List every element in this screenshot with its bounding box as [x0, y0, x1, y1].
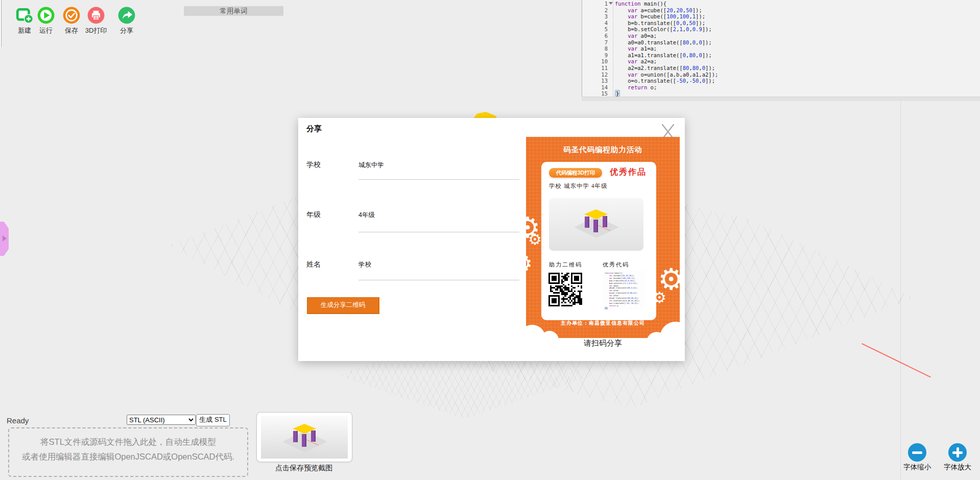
- font-increase-button[interactable]: [948, 443, 967, 462]
- x-axis-line: [862, 343, 931, 378]
- field-input[interactable]: 4年级: [358, 211, 375, 220]
- toolbar-button-share[interactable]: 分享: [111, 6, 142, 35]
- toolbar-button-print3d[interactable]: 3D打印: [81, 6, 111, 35]
- file-dropzone[interactable]: 将STL文件或源码文件拖入此处，自动生成模型 或者使用编辑器直接编辑OpenJS…: [8, 427, 248, 477]
- code-line[interactable]: 9 a1=a1.translate([0,80,0]);: [582, 52, 980, 59]
- code-text: b=b.setColor([2,1,0,0.9]);: [615, 26, 712, 33]
- line-number: 9: [582, 52, 608, 59]
- line-number: 10: [582, 58, 608, 65]
- scan-hint-text: 请扫码分享: [526, 339, 680, 348]
- code-line[interactable]: 8 var a1=a;: [582, 45, 980, 52]
- code-line[interactable]: 12 var o=union([a,b,a0,a1,a2]);: [582, 71, 980, 78]
- generate-stl-button[interactable]: 生成 STL: [196, 414, 230, 426]
- line-number: 1: [582, 1, 608, 7]
- code-line[interactable]: 13 o=o.translate([-50,-50,0]);: [582, 78, 980, 84]
- share-poster: 码圣代码编程助力活动 ⚙ ⚙ ⚙ ⚙ ⚙ 代码编程3D打印 优秀作品 学校 城东…: [526, 137, 680, 338]
- poster-model-preview: [549, 198, 643, 251]
- toolbar: 新建运行保存3D打印分享: [0, 0, 286, 36]
- code-text: var a=cube([20,20,50]);: [615, 7, 702, 14]
- modal-title: 分享: [306, 124, 322, 134]
- gear-icon: ⚙: [526, 252, 533, 275]
- field-input[interactable]: 学校: [358, 260, 371, 269]
- editor-horizontal-scrollbar[interactable]: [582, 97, 980, 101]
- stl-format-select[interactable]: STL (ASCII): [127, 415, 196, 425]
- fold-arrow-icon[interactable]: [609, 2, 613, 5]
- poster-footer: 主办单位：南昌傲亚信息有限公司: [526, 320, 680, 327]
- code-text: b=b.translate([0,0,50]);: [615, 20, 705, 27]
- screenshot-preview-image: [261, 416, 348, 459]
- code-text: var o=union([a,b,a0,a1,a2]);: [615, 71, 718, 78]
- share-modal: 分享 学校城东中学年级4年级姓名学校 生成分享二维码 码圣代码编程助力活动 ⚙ …: [298, 118, 685, 361]
- chevron-right-icon: [3, 235, 7, 242]
- line-number: 6: [582, 33, 608, 39]
- code-text: var a2=a;: [615, 58, 657, 65]
- screenshot-caption: 点击保存预览截图: [256, 464, 351, 473]
- field-label: 姓名: [306, 260, 321, 269]
- field-label: 学校: [306, 160, 321, 170]
- code-text: o=o.translate([-50,-50,0]);: [615, 78, 715, 84]
- poster-card: 代码编程3D打印 优秀作品 学校 城东中学 4年级 助力二维码 优秀代码 fun…: [541, 162, 656, 320]
- line-number: 8: [582, 45, 608, 52]
- poster-mini-code: function main(){ var a=cube([20,20,50]);…: [603, 271, 644, 309]
- field-input[interactable]: 城东中学: [358, 161, 384, 170]
- share-arrow-icon: [111, 6, 142, 25]
- font-decrease-label: 字体缩小: [899, 463, 935, 472]
- printer-icon: [81, 6, 111, 25]
- code-line[interactable]: 6 var a0=a;: [582, 33, 980, 39]
- code-text: a1=a1.translate([0,80,0]);: [615, 52, 712, 59]
- poster-code-label: 优秀代码: [603, 261, 629, 269]
- code-text: var a1=a;: [615, 45, 657, 52]
- field-underline: [358, 179, 519, 180]
- font-decrease-button[interactable]: [908, 443, 926, 462]
- mini-3d-model: [286, 423, 322, 451]
- line-number: 12: [582, 71, 608, 78]
- code-line[interactable]: 7 a0=a0.translate([80,0,0]);: [582, 39, 980, 46]
- toolbar-label: 分享: [111, 26, 142, 35]
- code-line[interactable]: 3 var b=cube([100,100,1]);: [582, 13, 980, 20]
- code-line[interactable]: 11 a2=a2.translate([80,80,0]);: [582, 65, 980, 71]
- line-number: 13: [582, 78, 608, 84]
- app-window: 新建运行保存3D打印分享 常用单词 1function main(){2 var…: [0, 0, 980, 480]
- code-line[interactable]: 1function main(){: [582, 1, 980, 7]
- poster-school-line: 学校 城东中学 4年级: [549, 182, 608, 190]
- mini-3d-model: [578, 208, 614, 236]
- code-line[interactable]: 4 b=b.translate([0,0,50]);: [582, 20, 980, 27]
- code-text: var a0=a;: [615, 33, 657, 39]
- code-line[interactable]: 14 return o;: [582, 84, 980, 91]
- line-number: 11: [582, 65, 608, 71]
- poster-header: 码圣代码编程助力活动: [526, 145, 680, 155]
- code-text: function main(){: [615, 1, 666, 7]
- code-text: a0=a0.translate([80,0,0]);: [615, 39, 712, 46]
- line-number: 5: [582, 26, 608, 33]
- line-number: 2: [582, 7, 608, 14]
- poster-qr-label: 助力二维码: [549, 261, 582, 269]
- dropzone-line1: 将STL文件或源码文件拖入此处，自动生成模型: [9, 437, 247, 448]
- field-label: 年级: [306, 210, 321, 220]
- font-increase-label: 字体放大: [940, 463, 975, 472]
- line-number: 14: [582, 84, 608, 91]
- gear-icon: ⚙: [528, 232, 542, 247]
- code-text: a2=a2.translate([80,80,0]);: [615, 65, 715, 71]
- field-underline: [358, 232, 519, 232]
- left-panel-expand-tab[interactable]: [0, 222, 9, 256]
- dropzone-line2: 或者使用编辑器直接编辑OpenJSCAD或OpenSCAD代码.: [9, 451, 247, 463]
- line-number: 3: [582, 13, 608, 20]
- code-line[interactable]: 2 var a=cube([20,20,50]);: [582, 7, 980, 14]
- code-line[interactable]: 5 b=b.setColor([2,1,0,0.9]);: [582, 26, 980, 33]
- qr-code: [547, 271, 584, 308]
- status-text: Ready: [7, 416, 29, 425]
- code-text: return o;: [615, 84, 657, 91]
- save-screenshot-button[interactable]: [256, 412, 352, 462]
- code-text: var b=cube([100,100,1]);: [615, 13, 705, 20]
- poster-badge-secondary: 优秀作品: [610, 167, 647, 178]
- code-line[interactable]: 10 var a2=a;: [582, 58, 980, 65]
- field-underline: [358, 280, 519, 280]
- poster-badge: 代码编程3D打印: [548, 167, 603, 178]
- line-number: 7: [582, 39, 608, 46]
- code-editor[interactable]: 1function main(){2 var a=cube([20,20,50]…: [582, 0, 980, 97]
- minus-icon: [912, 451, 922, 454]
- line-number: 4: [582, 20, 608, 27]
- common-words-button[interactable]: 常用单词: [184, 6, 283, 16]
- toolbar-label: 3D打印: [81, 26, 111, 35]
- generate-qr-button[interactable]: 生成分享二维码: [307, 297, 379, 314]
